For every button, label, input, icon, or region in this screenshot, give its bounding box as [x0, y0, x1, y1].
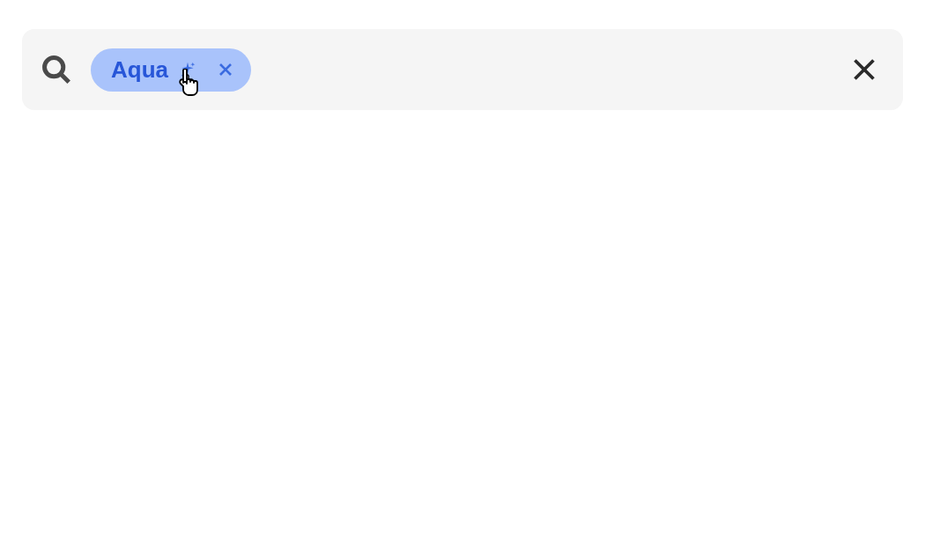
tag-close-icon[interactable]: [218, 62, 233, 77]
search-bar[interactable]: Aqua: [22, 29, 903, 110]
search-icon: [41, 55, 71, 85]
svg-line-1: [61, 74, 69, 82]
tag-label: Aqua: [111, 56, 168, 84]
clear-icon[interactable]: [852, 57, 877, 82]
sparkle-icon: [179, 61, 196, 78]
search-tag[interactable]: Aqua: [91, 48, 251, 92]
svg-point-0: [45, 58, 63, 77]
